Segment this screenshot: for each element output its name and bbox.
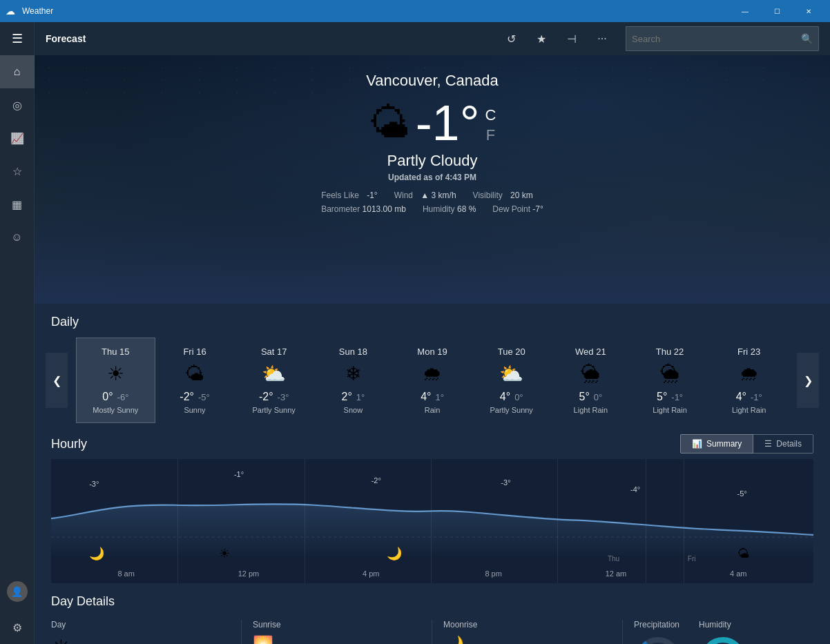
day-icon-4: 🌧 <box>423 362 442 385</box>
maximize-button[interactable]: ☐ <box>761 0 793 22</box>
dew-point-label: Dew Point <box>492 204 530 214</box>
day-low-8: -1° <box>751 392 762 402</box>
day-icon-3: ❄ <box>345 362 361 385</box>
sunrise-col-icon: 🌅 <box>253 635 421 644</box>
day-temps-1: -2° -5° <box>180 391 209 403</box>
titlebar: ☁ Weather — ☐ ✕ <box>0 0 830 22</box>
wind-value: ▲ 3 km/h <box>421 191 456 200</box>
daily-card-8[interactable]: Fri 23 🌧 4° -1° Light Rain <box>709 338 789 423</box>
sidebar-item-emoji[interactable]: ☺ <box>0 221 35 254</box>
app-title: Weather <box>22 6 729 16</box>
sidebar-item-historical[interactable]: 📈 <box>0 121 35 155</box>
sidebar-menu-toggle[interactable]: ☰ <box>0 22 35 55</box>
day-temps-7: 5° -1° <box>657 391 683 403</box>
day-high-4: 4° <box>421 391 431 403</box>
sidebar-item-user[interactable]: 👤 <box>0 578 35 611</box>
day-cond-7: Light Rain <box>653 406 687 414</box>
news-icon: ▦ <box>12 198 22 211</box>
settings-icon: ⚙ <box>12 621 22 634</box>
daily-card-4[interactable]: Mon 19 🌧 4° 1° Rain <box>393 338 472 423</box>
daily-card-6[interactable]: Wed 21 🌦 5° 0° Light Rain <box>551 338 630 423</box>
time-label-4am: 4 am <box>677 569 800 578</box>
chart-svg <box>51 459 813 556</box>
time-label-8pm: 8 pm <box>432 569 554 578</box>
celsius-unit[interactable]: C <box>485 106 496 126</box>
search-input[interactable] <box>632 34 801 44</box>
sidebar-item-news[interactable]: ▦ <box>0 188 35 221</box>
sidebar-item-home[interactable]: ⌂ <box>0 55 35 88</box>
daily-card-1[interactable]: Fri 16 🌤 -2° -5° Sunny <box>155 338 235 423</box>
chart-temp-5: -4° <box>630 485 640 494</box>
day-name-6: Wed 21 <box>575 347 606 357</box>
summary-toggle-button[interactable]: 📊 Summary <box>680 434 753 453</box>
daily-card-7[interactable]: Thu 22 🌦 5° -1° Light Rain <box>630 338 710 423</box>
favorites-icon: ☆ <box>12 165 22 178</box>
app-icon: ☁ <box>6 6 17 17</box>
day-cond-6: Light Rain <box>574 406 608 414</box>
minimize-button[interactable]: — <box>729 0 761 22</box>
moonrise-col-icon: 🌙 <box>443 635 611 644</box>
summary-label: Summary <box>706 439 742 449</box>
search-box[interactable]: 🔍 <box>626 26 819 51</box>
details-toggle-button[interactable]: ☰ Details <box>753 434 813 453</box>
day-temps-8: 4° -1° <box>736 391 762 403</box>
daily-nav-right[interactable]: ❯ <box>797 353 819 408</box>
day-temps-3: 2° 1° <box>341 391 365 403</box>
humidity-col-title: Humidity <box>699 620 747 630</box>
barometer-value: 1013.00 mb <box>363 204 406 214</box>
hourly-toggle-group: 📊 Summary ☰ Details <box>680 434 813 453</box>
day-temps-5: 4° 0° <box>500 391 523 403</box>
daily-card-0[interactable]: Thu 15 ☀ 0° -6° Mostly Sunny <box>76 338 155 423</box>
ellipsis-icon: ··· <box>597 32 606 45</box>
day-low-2: -3° <box>278 392 289 402</box>
precip-detail-col: Precipitation Humidity <box>623 620 813 644</box>
daily-card-2[interactable]: Sat 17 ⛅ -2° -3° Partly Sunny <box>234 338 313 423</box>
day-name-1: Fri 16 <box>183 347 206 357</box>
day-high-2: -2° <box>259 391 273 403</box>
time-label-12pm: 12 pm <box>187 569 309 578</box>
moonrise-detail-col: Moonrise 🌙 6:43 PM <box>432 620 623 644</box>
day-low-5: 0° <box>514 392 523 402</box>
day-cond-3: Snow <box>344 406 363 414</box>
time-label-4pm: 4 pm <box>310 569 432 578</box>
close-button[interactable]: ✕ <box>793 0 824 22</box>
pin-button[interactable]: ⊣ <box>559 26 584 51</box>
fahrenheit-unit[interactable]: F <box>485 126 496 146</box>
day-icon-5: ⛅ <box>499 362 523 385</box>
dew-point-value: -7° <box>532 204 543 214</box>
refresh-icon: ↺ <box>507 32 516 46</box>
day-temps-4: 4° 1° <box>421 391 444 403</box>
sidebar-item-settings[interactable]: ⚙ <box>0 611 35 644</box>
day-name-0: Thu 15 <box>102 347 129 357</box>
daily-card-3[interactable]: Sun 18 ❄ 2° 1° Snow <box>313 338 393 423</box>
daily-nav-left[interactable]: ❮ <box>46 353 68 408</box>
refresh-button[interactable]: ↺ <box>499 26 523 51</box>
favorite-button[interactable]: ★ <box>529 26 554 51</box>
more-button[interactable]: ··· <box>590 26 615 51</box>
weather-condition: Partly Cloudy <box>321 152 543 170</box>
day-cond-2: Partly Sunny <box>252 406 295 414</box>
barometer-label: Barometer <box>321 204 360 214</box>
sidebar-item-favorites[interactable]: ☆ <box>0 155 35 188</box>
time-labels: 8 am 12 pm 4 pm 8 pm 12 am 4 am <box>51 569 813 578</box>
day-low-1: -5° <box>198 392 210 402</box>
avatar: 👤 <box>7 581 28 602</box>
day-name-3: Sun 18 <box>339 347 367 357</box>
daily-card-5[interactable]: Tue 20 ⛅ 4° 0° Partly Sunny <box>472 338 551 423</box>
chart-summary-icon: 📊 <box>692 439 702 449</box>
day-low-6: 0° <box>594 392 602 402</box>
maps-icon: ◎ <box>12 99 22 112</box>
day-temps-6: 5° 0° <box>579 391 603 403</box>
day-low-3: 1° <box>356 392 365 402</box>
thu-label: Thu <box>608 555 619 563</box>
sidebar-item-maps[interactable]: ◎ <box>0 88 35 121</box>
day-high-8: 4° <box>736 391 746 403</box>
day-high-1: -2° <box>180 391 194 403</box>
sunrise-col-title: Sunrise <box>253 620 421 630</box>
day-low-4: 1° <box>435 392 443 402</box>
day-details-grid: Day ☀ There will be mostly sunny skies. … <box>51 620 813 644</box>
weather-details-row1: Feels Like -1° Wind ▲ 3 km/h Visibility … <box>321 191 543 200</box>
last-updated: Updated as of 4:43 PM <box>321 173 543 182</box>
sidebar-bottom: 👤 ⚙ <box>0 578 35 644</box>
humidity-label: Humidity <box>423 204 455 214</box>
